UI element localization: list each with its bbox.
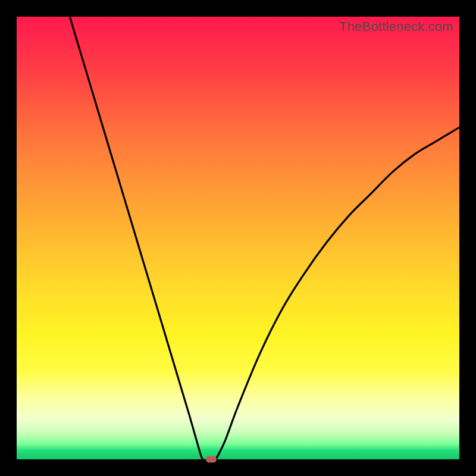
optimum-marker (206, 456, 217, 463)
bottleneck-curve (17, 17, 459, 459)
watermark-text: TheBottleneck.com (339, 19, 453, 35)
plot-area: TheBottleneck.com (17, 17, 459, 459)
chart-frame: TheBottleneck.com (0, 0, 476, 476)
curve-path (70, 17, 459, 459)
